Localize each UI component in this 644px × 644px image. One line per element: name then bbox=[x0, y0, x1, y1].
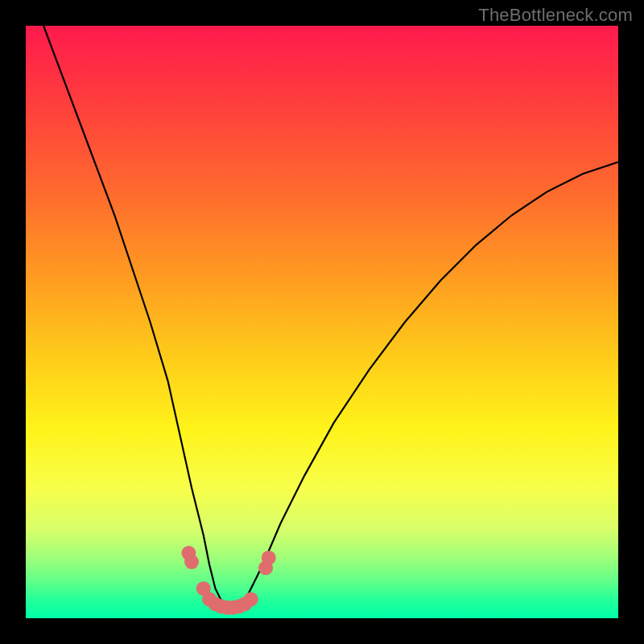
data-marker bbox=[244, 592, 258, 606]
series-line-bottleneck-curve bbox=[43, 26, 618, 606]
marker-group bbox=[181, 546, 275, 615]
watermark-text: TheBottleneck.com bbox=[478, 5, 633, 26]
chart-svg bbox=[26, 26, 618, 618]
data-marker bbox=[262, 551, 276, 565]
data-marker bbox=[184, 555, 199, 569]
chart-plot-area bbox=[26, 26, 618, 618]
